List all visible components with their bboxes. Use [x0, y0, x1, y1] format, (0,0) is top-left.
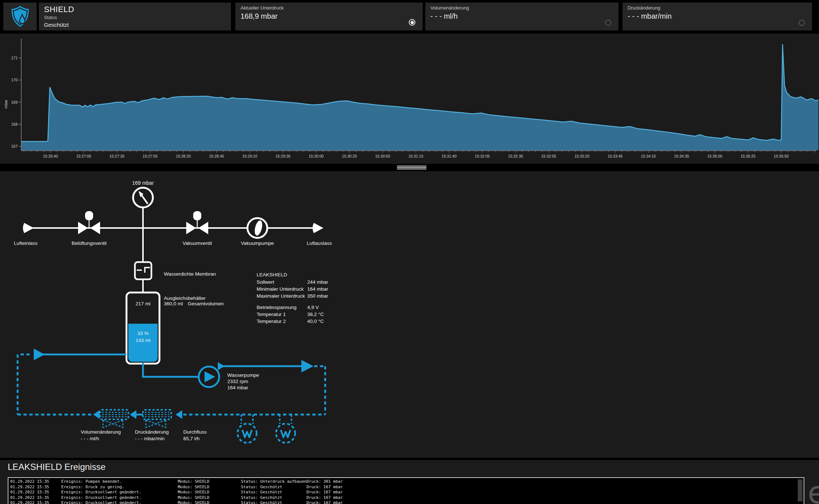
log-row: 01.29.2022 15:35Ereignis: Druck zu gerin…: [10, 485, 804, 490]
log-cell: Status: Geschützt: [241, 500, 306, 504]
x-tick-label: 15:26:40: [43, 154, 58, 158]
log-cell: Modus: SHIELD: [178, 495, 241, 501]
metric-panel-druckaenderung[interactable]: Druckänderung - - - mbar/min: [622, 3, 812, 30]
radio-unterdruck[interactable]: [409, 19, 415, 26]
reservoir-water-volume: 143 ml: [136, 338, 151, 343]
vacuum-pump-icon: [247, 218, 267, 238]
x-tick-label: 15:29:10: [242, 154, 257, 158]
loop-metric-value: 65,7 l/h: [183, 436, 199, 441]
log-cell: Modus: SHIELD: [178, 479, 241, 485]
pump-name: Wasserpumpe: [227, 372, 259, 378]
log-cell: Modus: SHIELD: [178, 485, 241, 490]
x-tick-label: 15:33:45: [607, 154, 622, 158]
x-tick-label: 15:35:50: [774, 154, 789, 158]
log-cell: Ereignis: Drucksollwert geändert.: [61, 495, 178, 501]
app-title: SHIELD: [44, 5, 226, 14]
x-tick-label: 15:32:30: [508, 154, 523, 158]
gauge-value: 169 mbar: [132, 180, 154, 186]
metric-panel-unterdruck[interactable]: Aktueller Unterdruck 168,9 mbar: [235, 3, 423, 30]
water-block-2-icon: [276, 424, 295, 443]
loop-metric-value: - - - ml/h: [81, 436, 99, 441]
top-status-bar: SHIELD Status Geschützt Aktueller Unterd…: [0, 0, 819, 33]
radiator-1-icon: [100, 410, 128, 427]
info-label: Betriebsspannung: [257, 305, 297, 310]
background-window-letter: e: [808, 475, 819, 504]
info-value: 4,9 V: [307, 305, 319, 310]
info-label: Maximaler Unterdruck: [257, 293, 305, 299]
log-cell: Status: Geschützt: [241, 485, 306, 490]
log-cell: 01.29.2022 15:35: [10, 485, 61, 490]
vent-valve-icon: [78, 211, 100, 234]
x-tick-label: 15:32:05: [475, 154, 490, 158]
status-value: Geschützt: [44, 22, 226, 28]
water-block-1-icon: [238, 424, 257, 443]
info-title: LEAKSHIELD: [257, 272, 287, 277]
log-row: 01.29.2022 15:35Ereignis: Drucksollwert …: [10, 490, 804, 495]
x-tick-label: 15:33:20: [574, 154, 590, 158]
metric-label: Aktueller Unterdruck: [240, 5, 418, 11]
event-log[interactable]: 01.29.2022 15:35Ereignis: Pumpen beendet…: [8, 477, 804, 504]
shield-icon-panel: [3, 3, 37, 30]
log-cell: Druck: 167 mbar: [306, 495, 343, 501]
label-membran: Wasserdichte Membran: [164, 271, 216, 277]
log-cell: 01.29.2022 15:35: [10, 479, 61, 485]
shield-status-panel[interactable]: SHIELD Status Geschützt: [39, 3, 231, 30]
x-tick-label: 15:27:55: [143, 154, 158, 158]
membrane-icon: [135, 262, 151, 279]
metric-label: Volumenänderung: [430, 5, 613, 11]
chart-area-fill: [21, 44, 818, 150]
x-tick-label: 15:30:00: [309, 154, 324, 158]
radio-druckaenderung[interactable]: [799, 20, 805, 26]
log-cell: Druck: 167 mbar: [306, 500, 343, 504]
label-vakuumpumpe: Vakuumpumpe: [241, 240, 274, 246]
log-cell: Druck: 301 mbar: [306, 479, 343, 485]
water-pump-icon: [199, 367, 219, 387]
info-label: Temperatur 1: [257, 312, 286, 317]
x-tick-label: 15:31:40: [441, 154, 456, 158]
info-value: 164 mbar: [307, 286, 328, 292]
label-vakuumventil: Vakuumventil: [183, 240, 212, 246]
log-cell: Ereignis: Druck zu gering.: [61, 485, 178, 490]
log-row: 01.29.2022 15:35Ereignis: Drucksollwert …: [10, 495, 804, 501]
y-tick-label: 168: [11, 122, 18, 126]
x-tick-label: 15:27:30: [109, 154, 124, 158]
log-cell: Modus: SHIELD: [178, 500, 241, 504]
info-label: Sollwert: [257, 279, 274, 285]
loop-metric-label: Druckänderung: [135, 429, 169, 435]
log-cell: Ereignis: Drucksollwert geändert.: [61, 490, 178, 495]
event-log-rows: 01.29.2022 15:35Ereignis: Pumpen beendet…: [8, 478, 804, 504]
metric-panel-volumenaenderung[interactable]: Volumenänderung - - - ml/h: [425, 3, 618, 30]
loop-metric-label: Volumenänderung: [81, 429, 121, 435]
log-cell: Druck: 167 mbar: [306, 490, 343, 495]
splitter-drag-handle[interactable]: [397, 166, 426, 169]
info-value: 38,2 °C: [307, 312, 324, 317]
flow-arrows: [34, 349, 313, 419]
info-value: 244 mbar: [307, 279, 328, 285]
label-gesamtvolumen: Gesamtvolumen: [188, 301, 224, 306]
y-axis-label: mbar: [4, 100, 8, 108]
label-ausgleichsbehaelter: Ausgleichsbehälter: [164, 295, 206, 301]
metric-value: 168,9 mbar: [240, 12, 418, 21]
pressure-chart-section: mbar 16716816917017115:26:4015:27:0515:2…: [0, 34, 819, 164]
x-tick-label: 15:34:35: [674, 154, 689, 158]
radio-volumenaenderung[interactable]: [605, 20, 611, 26]
x-tick-label: 15:28:45: [209, 154, 224, 158]
x-tick-label: 15:30:50: [375, 154, 390, 158]
x-tick-label: 15:31:15: [408, 154, 423, 158]
pressure-history-chart[interactable]: mbar 16716816917017115:26:4015:27:0515:2…: [0, 34, 819, 164]
event-log-scrollbar[interactable]: [798, 479, 803, 501]
reservoir-total-volume: 360,0 ml: [164, 301, 183, 306]
pump-pressure: 164 mbar: [227, 385, 249, 390]
log-row: 01.29.2022 15:35Ereignis: Drucksollwert …: [10, 500, 804, 504]
label-luftauslass: Luftauslass: [307, 240, 332, 246]
air-inlet-icon: [23, 223, 34, 233]
x-tick-label: 15:29:35: [275, 154, 290, 158]
section-splitter: [0, 164, 819, 171]
air-outlet-icon: [313, 223, 324, 233]
metric-value: - - - mbar/min: [628, 12, 807, 21]
x-tick-label: 15:28:20: [176, 154, 191, 158]
info-value: 40,0 °C: [307, 319, 324, 324]
log-cell: 01.29.2022 15:35: [10, 495, 61, 501]
x-tick-label: 15:30:25: [342, 154, 357, 158]
y-tick-label: 170: [11, 78, 18, 82]
